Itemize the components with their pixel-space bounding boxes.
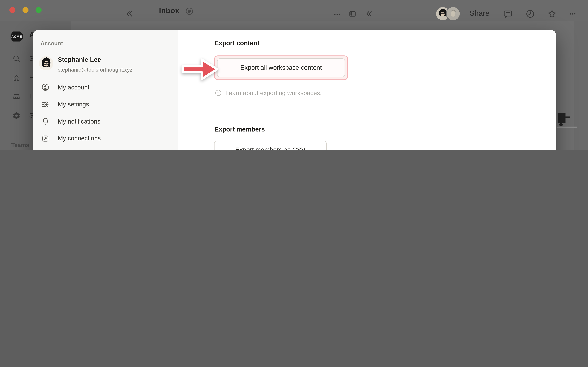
list-circle-icon [185, 7, 194, 16]
nav-item-my-notifications[interactable]: My notifications [36, 113, 175, 130]
settings-modal: Account Stephanie Lee stephanie@toolsfor… [33, 30, 556, 150]
home-icon [12, 74, 21, 82]
nav-item-label: My notifications [58, 118, 100, 125]
traffic-light-zoom[interactable] [36, 7, 42, 13]
screenshot-stage: Inbox Share ACME A SHIS Teams CPESMPLCDF… [0, 0, 588, 150]
section-divider [215, 112, 521, 112]
window-titlebar: Inbox Share [0, 0, 588, 21]
collaborator-avatar [447, 7, 460, 20]
person-circle-icon [41, 83, 50, 92]
nav-item-language-region[interactable]: Language & region [36, 147, 175, 150]
share-button: Share [469, 9, 490, 17]
learn-exporting-workspaces-link[interactable]: ? Learn about exporting workspaces. [215, 89, 322, 97]
clock-icon [525, 9, 535, 19]
more-horizontal-icon [569, 10, 577, 18]
gear-icon [12, 111, 21, 120]
nav-item-my-connections[interactable]: My connections [36, 130, 175, 147]
bg-sidebar-item-label: I [29, 93, 31, 100]
nav-item-label: My account [58, 84, 89, 91]
question-circle-icon: ? [215, 89, 222, 97]
inbox-icon [12, 92, 21, 101]
export-members-heading: Export members [215, 126, 265, 133]
traffic-light-minimize[interactable] [23, 7, 28, 13]
user-avatar [39, 56, 53, 70]
search-icon [12, 55, 21, 63]
settings-nav-panel: Account Stephanie Lee stephanie@toolsfor… [33, 30, 179, 150]
user-email: stephanie@toolsforthought.xyz [58, 67, 132, 73]
teamspaces-section-label: Teams [11, 142, 29, 149]
cart-illustration [556, 112, 579, 148]
panel-left-icon [348, 10, 357, 18]
nav-item-my-account[interactable]: My account [36, 79, 175, 96]
sliders-icon [41, 100, 50, 108]
account-section-label: Account [40, 40, 63, 47]
nav-item-label: My settings [58, 101, 89, 108]
export-content-heading: Export content [215, 40, 259, 47]
chevrons-left-icon [365, 10, 373, 18]
star-icon [547, 9, 557, 19]
export-all-workspace-content-button[interactable]: Export all workspace content [217, 58, 345, 77]
learn-exporting-workspaces-label: Learn about exporting workspaces. [225, 89, 322, 97]
nav-item-my-settings[interactable]: My settings [36, 96, 175, 113]
export-members-csv-button[interactable]: Export members as CSV [214, 141, 327, 150]
bell-icon [41, 117, 50, 125]
red-arrow-annotation [182, 58, 218, 81]
settings-main-panel: Export content Export all workspace cont… [178, 30, 556, 150]
profile-row[interactable]: Stephanie Lee stephanie@toolsforthought.… [39, 56, 53, 70]
traffic-light-close[interactable] [9, 7, 15, 13]
comment-icon [503, 9, 513, 19]
page-title-topbar: Inbox [159, 6, 179, 15]
nav-item-label: My connections [58, 135, 101, 142]
more-horizontal-icon [333, 10, 341, 18]
workspace-logo: ACME [10, 32, 23, 42]
arrow-up-right-square-icon [41, 134, 50, 142]
chevrons-left-icon [125, 10, 134, 18]
svg-text:?: ? [217, 91, 219, 95]
user-name: Stephanie Lee [58, 56, 101, 64]
